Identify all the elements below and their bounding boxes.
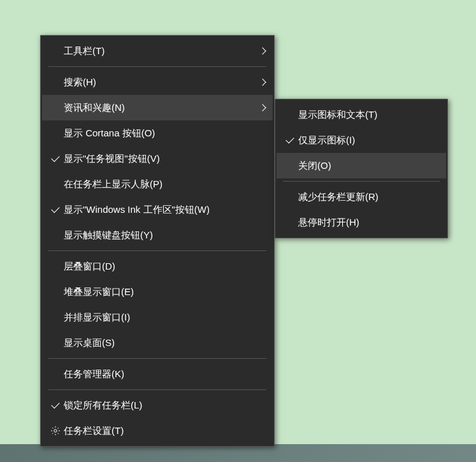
submenu-indicator [252,105,265,110]
checkmark-icon [285,135,294,143]
menu-label: 在任务栏上显示人脉(P) [64,178,252,191]
submenu-item-off[interactable]: 关闭(O) [277,153,446,178]
menu-item-search[interactable]: 搜索(H) [42,69,273,95]
menu-item-settings[interactable]: 任务栏设置(T) [42,418,273,444]
checkmark-icon [51,154,59,162]
menu-label: 资讯和兴趣(N) [64,102,252,114]
menu-item-ink[interactable]: 显示"Windows Ink 工作区"按钮(W) [42,197,273,222]
menu-label: 显示"任务视图"按钮(V) [64,153,252,165]
menu-item-touchkeyboard[interactable]: 显示触摸键盘按钮(Y) [42,222,273,248]
chevron-right-icon [259,78,266,85]
menu-item-cascade[interactable]: 层叠窗口(D) [42,254,273,279]
menu-item-news-interests[interactable]: 资讯和兴趣(N) [42,95,273,120]
check-indicator [47,404,64,407]
menu-label: 减少任务栏更新(R) [298,191,438,203]
news-interests-submenu: 显示图标和文本(T) 仅显示图标(I) 关闭(O) 减少任务栏更新(R) 悬停时… [275,99,448,238]
menu-label: 仅显示图标(I) [298,134,438,147]
menu-item-sidebyside[interactable]: 并排显示窗口(I) [42,305,273,330]
menu-item-people[interactable]: 在任务栏上显示人脉(P) [42,171,273,197]
menu-separator [48,358,266,359]
menu-label: 关闭(O) [298,160,438,172]
menu-label: 任务栏设置(T) [64,425,252,437]
gear-icon [47,426,64,436]
menu-label: 堆叠显示窗口(E) [64,286,252,298]
menu-label: 并排显示窗口(I) [64,312,252,324]
menu-label: 显示触摸键盘按钮(Y) [64,229,252,242]
menu-item-toolbar[interactable]: 工具栏(T) [42,38,273,64]
menu-label: 显示桌面(S) [64,337,252,349]
chevron-right-icon [259,47,266,54]
submenu-item-reduce-updates[interactable]: 减少任务栏更新(R) [277,184,446,210]
menu-separator [283,181,440,182]
menu-label: 搜索(H) [64,76,252,89]
menu-label: 层叠窗口(D) [64,261,252,273]
taskbar[interactable] [0,444,476,462]
menu-label: 显示 Cortana 按钮(O) [64,127,252,140]
menu-item-desktop[interactable]: 显示桌面(S) [42,330,273,356]
submenu-item-icon-only[interactable]: 仅显示图标(I) [277,127,446,153]
menu-label: 显示"Windows Ink 工作区"按钮(W) [64,204,252,216]
menu-label: 工具栏(T) [64,45,252,57]
check-indicator [282,139,298,141]
menu-label: 悬停时打开(H) [298,217,438,229]
menu-separator [48,389,266,390]
menu-separator [48,66,266,67]
menu-label: 显示图标和文本(T) [298,109,438,121]
menu-item-stacked[interactable]: 堆叠显示窗口(E) [42,279,273,305]
svg-point-0 [54,430,57,432]
submenu-item-icon-text[interactable]: 显示图标和文本(T) [277,102,446,127]
submenu-indicator [252,48,265,54]
taskbar-context-menu: 工具栏(T) 搜索(H) 资讯和兴趣(N) 显示 Cortana 按钮(O) 显… [40,35,275,447]
check-indicator [47,208,64,211]
menu-item-taskview[interactable]: 显示"任务视图"按钮(V) [42,146,273,171]
checkmark-icon [51,205,59,213]
chevron-right-icon [259,104,266,111]
menu-label: 锁定所有任务栏(L) [64,400,252,412]
submenu-item-hover-open[interactable]: 悬停时打开(H) [277,210,446,235]
menu-item-lock[interactable]: 锁定所有任务栏(L) [42,393,273,418]
checkmark-icon [51,400,59,408]
menu-item-taskmgr[interactable]: 任务管理器(K) [42,361,273,387]
submenu-indicator [252,80,265,85]
menu-label: 任务管理器(K) [64,368,252,380]
menu-item-cortana[interactable]: 显示 Cortana 按钮(O) [42,120,273,146]
check-indicator [47,157,64,160]
menu-separator [48,250,266,251]
